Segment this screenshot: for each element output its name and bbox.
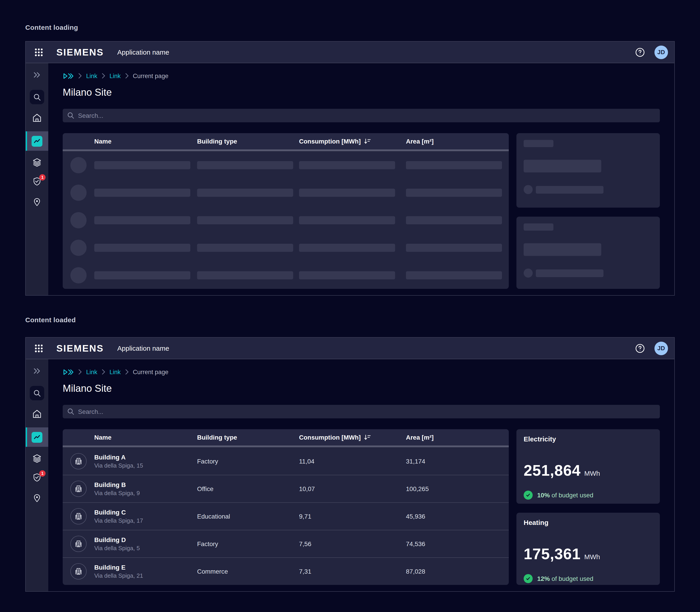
sidebar-item-locations[interactable]	[26, 493, 48, 503]
app-launcher-grid-icon[interactable]	[33, 46, 45, 58]
sort-descending-icon	[364, 138, 371, 144]
siemens-logo: SIEMENS	[56, 47, 104, 57]
table-row[interactable]: Building B Via della Spiga, 9 Office 10,…	[63, 475, 509, 502]
sidebar-expand-icon[interactable]	[26, 367, 48, 375]
application-name: Application name	[117, 344, 169, 352]
skeleton-table-row	[63, 261, 509, 289]
column-header-consumption[interactable]: Consumption [MWh]	[299, 138, 406, 145]
check-circle-icon	[524, 574, 533, 583]
table-row[interactable]: Building E Via della Spiga, 21 Commerce …	[63, 557, 509, 585]
buildings-table: Name Building type Consumption [MWh]	[63, 429, 509, 585]
sidebar-item-analytics-active[interactable]	[26, 427, 48, 447]
table-row[interactable]: Building A Via della Spiga, 15 Factory 1…	[63, 447, 509, 475]
breadcrumb: Link Link Current page	[63, 72, 660, 80]
trend-chart-icon	[32, 136, 42, 147]
table-header-divider	[63, 149, 509, 151]
skeleton-bar	[406, 244, 502, 252]
search-icon	[30, 90, 44, 104]
search-input[interactable]	[63, 405, 660, 418]
column-header-consumption[interactable]: Consumption [MWh]	[299, 434, 406, 441]
table-header-row: Name Building type Consumption [MWh]	[63, 133, 509, 149]
building-name: Building E	[94, 564, 143, 571]
breadcrumb-link-2[interactable]: Link	[110, 72, 121, 79]
skeleton-bar	[406, 161, 502, 169]
breadcrumb-link-1[interactable]: Link	[86, 72, 97, 79]
sidebar: 1	[26, 359, 48, 591]
sidebar-item-search[interactable]	[26, 90, 48, 104]
search-icon	[67, 112, 74, 119]
skeleton-table-row	[63, 151, 509, 179]
kpi-unit: MWh	[584, 469, 600, 477]
sidebar-item-locations[interactable]	[26, 197, 48, 207]
breadcrumb-root-icon[interactable]	[63, 368, 74, 375]
skeleton-bar	[299, 244, 395, 252]
layers-icon	[32, 454, 42, 463]
building-name: Building C	[94, 509, 143, 516]
skeleton-bar	[406, 271, 502, 279]
breadcrumb-link-2[interactable]: Link	[110, 368, 121, 375]
sidebar-item-layers[interactable]	[26, 157, 48, 167]
chevron-right-icon	[78, 73, 82, 79]
sidebar-item-analytics-active[interactable]	[26, 131, 48, 151]
sidebar-item-security[interactable]: 1	[26, 473, 48, 482]
help-icon[interactable]	[634, 343, 645, 353]
kpi-value: 251,864	[524, 462, 581, 479]
notification-badge: 1	[39, 174, 45, 181]
column-header-building-type: Building type	[197, 138, 299, 145]
check-circle-icon	[524, 491, 533, 500]
kpi-title: Heating	[524, 518, 653, 527]
kpi-card-electricity: Electricity 251,864 MWh	[516, 429, 660, 504]
skeleton-bar	[94, 244, 190, 252]
cell-building-type: Commerce	[197, 568, 299, 575]
building-name: Building B	[94, 481, 140, 489]
sidebar-item-search[interactable]	[26, 386, 48, 400]
home-icon	[32, 409, 42, 419]
location-pin-icon	[32, 493, 42, 503]
sort-descending-icon	[364, 434, 371, 441]
cell-area: 31,174	[406, 457, 509, 465]
application-name: Application name	[117, 48, 169, 56]
building-icon	[70, 508, 87, 525]
page-title: Milano Site	[63, 382, 660, 395]
skeleton-bar	[197, 216, 293, 224]
sidebar-item-home[interactable]	[26, 113, 48, 123]
skeleton-bar	[94, 189, 190, 197]
sidebar-item-layers[interactable]	[26, 454, 48, 463]
building-address: Via della Spiga, 15	[94, 462, 143, 469]
buildings-table-loading: Name Building type Consumption [MWh]	[63, 133, 509, 289]
sidebar-item-home[interactable]	[26, 409, 48, 419]
sidebar-expand-icon[interactable]	[26, 71, 48, 79]
sidebar-item-security[interactable]: 1	[26, 177, 48, 186]
skeleton-bar	[94, 161, 190, 169]
column-header-building-type: Building type	[197, 434, 299, 441]
skeleton-bar	[197, 189, 293, 197]
search-input[interactable]	[63, 109, 660, 122]
skeleton-circle	[524, 185, 533, 194]
table-row[interactable]: Building D Via della Spiga, 5 Factory 7,…	[63, 530, 509, 557]
building-name: Building D	[94, 536, 140, 544]
budget-status-text: 10% of budget used	[537, 491, 593, 499]
help-icon[interactable]	[634, 47, 645, 57]
app-launcher-grid-icon[interactable]	[33, 342, 45, 354]
breadcrumb-current: Current page	[133, 72, 169, 79]
search-bar	[63, 405, 660, 418]
table-row[interactable]: Building C Via della Spiga, 17 Education…	[63, 502, 509, 530]
skeleton-bar	[524, 160, 601, 172]
user-avatar[interactable]: JD	[655, 45, 668, 59]
skeleton-bar	[299, 161, 395, 169]
skeleton-bar	[299, 189, 395, 197]
column-header-name: Name	[63, 434, 197, 441]
app-header: SIEMENS Application name JD	[26, 42, 674, 63]
user-avatar[interactable]: JD	[655, 342, 668, 355]
building-icon	[70, 481, 87, 497]
page-title: Milano Site	[63, 86, 660, 99]
building-icon	[70, 453, 87, 469]
breadcrumb-root-icon[interactable]	[63, 72, 74, 79]
budget-status-text: 12% of budget used	[537, 575, 593, 582]
breadcrumb-link-1[interactable]: Link	[86, 368, 97, 375]
chevron-right-icon	[102, 369, 105, 375]
breadcrumb-current: Current page	[133, 368, 169, 375]
building-address: Via della Spiga, 21	[94, 572, 143, 579]
app-window-loading: SIEMENS Application name JD	[25, 41, 675, 296]
kpi-unit: MWh	[584, 553, 600, 560]
